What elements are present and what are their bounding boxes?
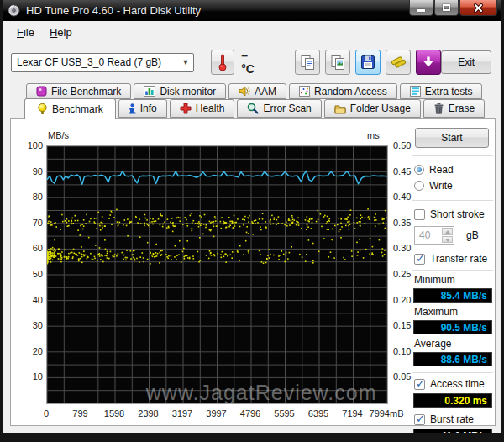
axis-tick: 2398 — [138, 408, 158, 418]
axis-tick: 10 — [33, 371, 43, 381]
copy-text-icon — [300, 55, 316, 71]
axis-tick: 80 — [33, 192, 43, 202]
tab-folder-usage[interactable]: Folder Usage — [324, 99, 421, 118]
read-option[interactable]: Read — [414, 163, 493, 176]
stepper-arrows[interactable] — [442, 228, 453, 243]
write-label: Write — [429, 180, 453, 192]
copy-text-button[interactable] — [295, 50, 320, 75]
tab-health[interactable]: Health — [170, 99, 235, 118]
access-time-label: Access time — [430, 378, 485, 390]
burst-rate-checkbox[interactable] — [414, 414, 425, 425]
axis-tick: 70 — [33, 218, 43, 228]
tab-label: Disk monitor — [160, 86, 216, 97]
controls-panel: Start Read Write Short stroke 40 gB — [412, 124, 493, 442]
axis-tick: 0.30 — [393, 243, 411, 253]
read-radio[interactable] — [414, 165, 424, 175]
tab-random-access[interactable]: Random Access — [289, 83, 397, 99]
axis-tick: 3197 — [172, 408, 192, 418]
plot-area: www.JagatReview.com — [46, 145, 388, 404]
close-button[interactable] — [459, 0, 497, 16]
axis-tick: 7994mB — [370, 408, 404, 418]
temperature-button[interactable] — [211, 50, 235, 75]
close-icon — [474, 3, 483, 13]
tab-extra-tests[interactable]: Extra tests — [400, 83, 483, 99]
disk-monitor-icon — [144, 86, 155, 97]
tab-label: Extra tests — [425, 86, 473, 97]
app-disk-icon — [8, 4, 20, 17]
tab-erase[interactable]: Erase — [423, 99, 485, 118]
info-icon — [129, 103, 136, 114]
separator — [412, 270, 493, 271]
axis-tick: 50 — [33, 269, 43, 279]
short-stroke-option[interactable]: Short stroke — [414, 208, 493, 221]
tab-label: AAM — [255, 86, 276, 97]
access-time-checkbox[interactable] — [414, 379, 425, 390]
axis-tick: 7194 — [342, 408, 362, 418]
minimize-button[interactable] — [409, 0, 433, 16]
temperature-value: – °C — [241, 49, 263, 76]
burst-rate-value: 41.6 MB/s — [413, 429, 492, 442]
tab-error-scan[interactable]: Error Scan — [237, 99, 321, 118]
menu-file[interactable]: File — [9, 24, 42, 41]
copy-image-button[interactable] — [325, 50, 350, 75]
axis-tick: 6395 — [308, 408, 328, 418]
axis-tick: 20 — [33, 346, 43, 356]
maximum-value: 90.5 MB/s — [413, 320, 492, 334]
access-time-option[interactable]: Access time — [414, 377, 493, 391]
speaker-icon — [239, 86, 250, 97]
exit-button[interactable]: Exit — [441, 50, 491, 74]
write-option[interactable]: Write — [414, 179, 493, 192]
tab-label: Random Access — [314, 86, 387, 97]
axis-tick: 0.20 — [393, 295, 411, 305]
separator — [412, 372, 493, 373]
tab-label: Erase — [449, 103, 475, 114]
bulb-icon — [37, 103, 48, 115]
window-controls — [408, 0, 497, 16]
tab-file-benchmark[interactable]: File Benchmark — [26, 83, 131, 99]
burst-rate-label: Burst rate — [430, 413, 474, 425]
save-button[interactable] — [355, 50, 381, 75]
transfer-rate-option[interactable]: Transfer rate — [414, 252, 493, 266]
access-time-value: 0.320 ms — [413, 393, 492, 408]
tab-aam[interactable]: AAM — [228, 83, 286, 99]
start-button[interactable]: Start — [415, 128, 489, 148]
title-bar: HD Tune Pro 4.60 - Hard Disk Utility — [0, 0, 504, 21]
download-button[interactable] — [416, 50, 441, 75]
tab-benchmark[interactable]: Benchmark — [24, 98, 116, 119]
separator — [412, 155, 493, 156]
step-up-icon[interactable] — [442, 228, 453, 235]
axis-tick: 1598 — [104, 408, 124, 418]
short-stroke-label: Short stroke — [430, 208, 485, 220]
axis-tick: 0.45 — [393, 166, 411, 176]
burst-rate-option[interactable]: Burst rate — [414, 413, 493, 426]
tab-row-back: File Benchmark Disk monitor AAM — [26, 83, 482, 99]
tab-label: File Benchmark — [51, 86, 121, 97]
axis-tick: 0.50 — [393, 140, 411, 150]
minimum-value: 85.4 MB/s — [413, 288, 492, 303]
tab-disk-monitor[interactable]: Disk monitor — [134, 83, 226, 99]
axis-tick: 3997 — [206, 408, 226, 418]
axis-tick: 0.25 — [393, 269, 411, 279]
app-window: HD Tune Pro 4.60 - Hard Disk Utility Fil… — [0, 0, 504, 442]
tab-label: Benchmark — [52, 103, 103, 115]
transfer-rate-checkbox[interactable] — [414, 254, 425, 265]
menu-help[interactable]: Help — [42, 24, 80, 41]
chevron-down-icon: ▼ — [179, 58, 193, 66]
tab-label: Error Scan — [263, 103, 311, 114]
maximize-button[interactable] — [434, 0, 459, 16]
tab-info[interactable]: Info — [118, 99, 167, 118]
drive-select[interactable]: Lexar CF USB_3_0 Read (7 gB) ▼ — [11, 53, 194, 72]
disks-button[interactable] — [386, 50, 411, 75]
axis-tick: 0.05 — [393, 371, 411, 381]
write-radio[interactable] — [414, 181, 424, 191]
size-stepper[interactable]: 40 — [414, 226, 454, 245]
window-title: HD Tune Pro 4.60 - Hard Disk Utility — [26, 4, 201, 17]
maximize-icon — [443, 4, 450, 11]
short-stroke-checkbox[interactable] — [414, 209, 425, 220]
folder-icon — [334, 103, 346, 114]
average-value: 88.6 MB/s — [413, 352, 492, 366]
average-label: Average — [414, 338, 493, 350]
step-down-icon[interactable] — [442, 236, 453, 244]
benchmark-panel: MB/s ms 100908070605040302010 www.JagatR… — [10, 118, 496, 426]
axis-tick: 90 — [33, 166, 43, 176]
